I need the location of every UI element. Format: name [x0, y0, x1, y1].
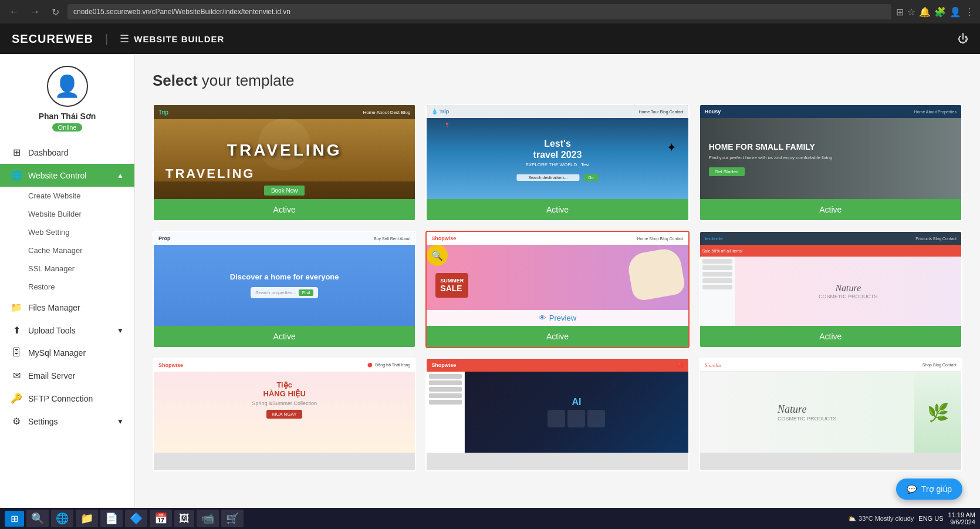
template-card-travel2[interactable]: 💧 Trip Home Tour Blog Contact Lest'strav…	[425, 104, 689, 221]
template-card-shopwise[interactable]: Shopwise Home Shop Blog Contact SUMMER S…	[425, 231, 689, 348]
taskbar-calendar[interactable]: 📅	[150, 510, 172, 527]
sidebar-item-mysql-manager[interactable]: 🗄 MySql Manager	[0, 342, 134, 364]
taskbar-search[interactable]: 🔍	[26, 510, 49, 527]
sidebar-item-website-builder[interactable]: Website Builder	[0, 205, 134, 223]
shopwise-brand: Shopwise	[431, 235, 456, 241]
extension-icon[interactable]: ⊞	[896, 6, 904, 18]
sidebar-item-web-setting[interactable]: Web Setting	[0, 223, 134, 241]
realty-search-placeholder: Search properties...	[255, 290, 296, 295]
shopwise2-prod3	[587, 410, 605, 427]
forward-button[interactable]: →	[27, 4, 43, 19]
template-card-fashion-footer	[154, 453, 415, 470]
dashboard-label: Dashboard	[28, 148, 69, 157]
page-title-light: your template	[202, 72, 295, 89]
chat-button[interactable]: 💬 Trợ giúp	[896, 479, 962, 500]
taskbar-zoom[interactable]: 📹	[197, 510, 219, 527]
template-card-tentenvn[interactable]: tentente Products Blog Contact Sale 50% …	[699, 231, 962, 348]
sidebar-nav: ⊞ Dashboard 🌐 Website Control ▲ Create W…	[0, 141, 134, 433]
back-button[interactable]: ←	[6, 4, 22, 19]
template-active-btn-home[interactable]: Active	[700, 199, 961, 220]
refresh-button[interactable]: ↻	[48, 4, 63, 20]
sidebar-item-create-website[interactable]: Create Website	[0, 187, 134, 205]
weather-text: 33°C Mostly cloudy	[859, 515, 914, 522]
template-active-btn-realty[interactable]: Active	[154, 326, 415, 347]
hamburger-icon[interactable]: ☰	[120, 32, 129, 45]
extension2-icon[interactable]: 🧩	[934, 6, 946, 18]
home-bg: Housy Home About Properties HOME FOR SMA…	[700, 105, 961, 199]
travel2-subtitle: EXPLORE THE WORLD _Test	[516, 162, 598, 167]
sidebar-item-email-server[interactable]: ✉ Email Server	[0, 364, 134, 387]
ssl-manager-label: SSL Manager	[28, 264, 75, 273]
tentenvn-main: Nature COSMETIC PRODUCTS	[735, 257, 961, 326]
template-active-btn-traveling[interactable]: Active	[154, 199, 415, 220]
traveling-nav: Trip Home About Dest Blog	[154, 105, 415, 119]
shopwise2-header: Shopwise 🔴	[427, 359, 688, 372]
tentenvn-subtitle: COSMETIC PRODUCTS	[819, 294, 878, 299]
template-card-home[interactable]: Housy Home About Properties HOME FOR SMA…	[699, 104, 962, 221]
upload-tools-arrow: ▼	[117, 326, 124, 335]
bookmark-icon[interactable]: ☆	[907, 6, 915, 18]
taskbar-browser[interactable]: 🌐	[51, 510, 73, 527]
shopwise2-cat4	[429, 393, 462, 398]
fiorello-body: Nature COSMETIC PRODUCTS 🌿	[700, 372, 961, 453]
sidebar-item-files-manager[interactable]: 📁 Files Manager	[0, 296, 134, 319]
sidebar-item-website-control[interactable]: 🌐 Website Control ▲	[0, 164, 134, 187]
taskbar-start-btn[interactable]: ⊞	[5, 511, 24, 527]
fiorello-subtitle: COSMETIC PRODUCTS	[778, 416, 837, 422]
website-builder-label: Website Builder	[28, 210, 82, 218]
taskbar-photos[interactable]: 🖼	[174, 510, 194, 527]
tentenvn-bg: tentente Products Blog Contact Sale 50% …	[700, 232, 961, 326]
template-active-btn-shopwise[interactable]: Active	[427, 326, 688, 347]
taskbar-edge[interactable]: 🔷	[125, 510, 147, 527]
shopwise2-prod1	[548, 410, 565, 427]
sidebar-item-cache-manager[interactable]: Cache Manager	[0, 241, 134, 260]
settings-icon: ⚙	[11, 416, 22, 427]
template-card-fashion[interactable]: Shopwise 🔴 Đồng hồ Thời trang TiệcHÀNG H…	[153, 358, 416, 471]
taskbar-weather: ⛅ 33°C Mostly cloudy	[848, 515, 914, 523]
shopwise2-badge: 🔴	[678, 363, 684, 368]
sidebar-item-restore[interactable]: Restore	[0, 278, 134, 296]
shopwise2-sidebar	[427, 372, 465, 453]
profile-icon[interactable]: 👤	[949, 6, 961, 18]
preview-overlay: 👁 Preview	[427, 310, 688, 326]
home-desc: Find your perfect home with us and enjoy…	[709, 155, 833, 160]
power-icon[interactable]: ⏻	[958, 33, 968, 45]
top-navbar: SECUREWEB | ☰ WEBSITE BUILDER ⏻	[0, 23, 980, 54]
template-active-btn-travel2[interactable]: Active	[427, 199, 688, 220]
tentenvn-nature: Nature	[819, 283, 878, 294]
template-active-btn-tentenvn[interactable]: Active	[700, 326, 961, 347]
template-card-traveling[interactable]: Trip Home About Dest Blog TRAVELING Book…	[153, 104, 416, 221]
nav-title: WEBSITE BUILDER	[134, 34, 224, 44]
sidebar-item-dashboard[interactable]: ⊞ Dashboard	[0, 141, 134, 164]
url-bar[interactable]: cnode015.secureweb.vn/cPanel/WebsiteBuil…	[67, 4, 891, 19]
taskbar-right: ⛅ 33°C Mostly cloudy ENG US 11:19 AM 9/6…	[848, 511, 975, 525]
taskbar-winstore[interactable]: 🛒	[221, 510, 244, 527]
avatar: 👤	[47, 66, 88, 107]
traveling-title: TRAVELING	[227, 141, 342, 160]
template-card-fiorello[interactable]: Siorello Shop Blog Contact Nature COSMET…	[699, 358, 962, 471]
sidebar-item-sftp[interactable]: 🔑 SFTP Connection	[0, 387, 134, 410]
shopwise-zoom-btn[interactable]: 🔍	[427, 245, 448, 266]
shopwise-nav: Home Shop Blog Contact	[637, 237, 684, 241]
menu-icon[interactable]: ⋮	[965, 6, 974, 18]
template-thumb-realty: Prop Buy Sell Rent About Discover a home…	[154, 232, 415, 326]
shopwise2-cat3	[429, 387, 462, 392]
chat-label: Trợ giúp	[921, 484, 952, 494]
travel2-header: 💧 Trip Home Tour Blog Contact	[427, 105, 688, 118]
nav-divider: |	[105, 32, 108, 46]
shopwise2-cat5	[429, 400, 462, 405]
sidebar-item-ssl-manager[interactable]: SSL Manager	[0, 260, 134, 278]
tentenvn-brand: tentente	[705, 236, 723, 241]
template-card-shopwise2[interactable]: Shopwise 🔴	[425, 358, 689, 471]
sidebar-item-settings[interactable]: ⚙ Settings ▼	[0, 410, 134, 433]
template-card-realty[interactable]: Prop Buy Sell Rent About Discover a home…	[153, 231, 416, 348]
notification-icon[interactable]: 🔔	[919, 6, 931, 18]
sidebar-item-upload-tools[interactable]: ⬆ Upload Tools ▼	[0, 319, 134, 342]
browser-icons: ⊞ ☆ 🔔 🧩 👤 ⋮	[896, 6, 974, 18]
navbar-left: SECUREWEB | ☰ WEBSITE BUILDER	[12, 32, 224, 46]
date-display: 9/6/2024	[948, 518, 975, 525]
taskbar-folder[interactable]: 📁	[76, 510, 98, 527]
taskbar-docs[interactable]: 📄	[100, 510, 123, 527]
mysql-label: MySql Manager	[28, 348, 86, 358]
weather-icon: ⛅	[848, 515, 856, 523]
